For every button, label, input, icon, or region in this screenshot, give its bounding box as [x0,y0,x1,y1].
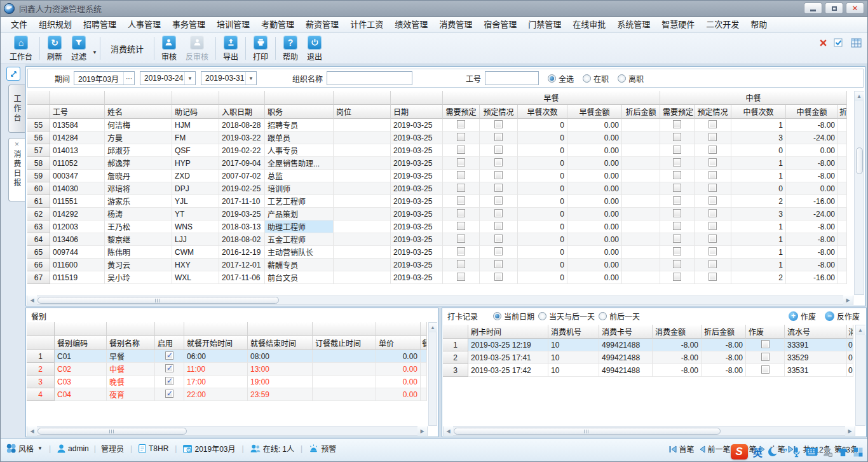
table-row[interactable]: 32019-03-25 17:4210499421488-8.00-8.0033… [443,364,853,377]
checkbox[interactable] [673,260,681,268]
radio-current-date[interactable] [493,312,501,320]
checkbox[interactable] [673,146,681,154]
radio-around[interactable] [599,312,607,320]
audit-button[interactable]: 审核 [157,34,181,63]
checkbox[interactable] [457,247,465,255]
checkbox[interactable] [673,234,681,243]
col-header[interactable]: 刷卡时间 [468,325,548,339]
checkbox[interactable] [494,260,503,268]
org-input[interactable] [327,71,412,85]
checkbox[interactable] [494,209,503,217]
menu-item-4[interactable]: 事务管理 [166,17,211,32]
meal-grid-vscrollbar[interactable]: ▲ [428,322,437,426]
void-button[interactable]: + 作废 [789,311,816,322]
col-header[interactable]: 预定情况 [480,105,518,119]
col-header[interactable]: 早餐次数 [518,105,567,119]
table-row[interactable]: 62014292杨涛YT2019-03-25产品策划2019-03-2500.0… [27,208,847,221]
style-menu[interactable]: 风格 ▼ [6,443,43,454]
table-row[interactable]: 67011519吴小玲WXL2017-11-06前台文员2019-03-2500… [27,271,847,284]
checkbox[interactable] [457,184,465,192]
main-grid-hscrollbar[interactable]: ◀ ▶ [27,296,853,305]
microphone-icon[interactable] [792,447,801,458]
close-button[interactable]: ✕ [846,3,864,14]
current-user[interactable]: admin | 管理员 [57,443,124,454]
radio-all[interactable] [548,74,556,83]
checkbox[interactable] [494,222,503,230]
checkbox[interactable] [709,146,717,154]
scroll-right-icon[interactable]: ▶ [843,296,853,305]
menu-item-6[interactable]: 考勤管理 [255,17,300,32]
print-button[interactable]: 打印 [248,34,273,63]
checkbox[interactable] [673,196,681,205]
punch-grid-vscrollbar[interactable]: ▲ [855,325,865,426]
menu-item-11[interactable]: 宿舍管理 [478,17,522,32]
table-row[interactable]: 61011551游家乐YJL2017-11-10工艺工程师2019-03-250… [27,195,847,208]
checkbox[interactable] [494,146,503,154]
table-row[interactable]: 3C03晚餐17:0019:000.00 [27,376,427,388]
checkbox[interactable] [709,273,717,281]
moon-icon[interactable] [768,447,778,457]
chevron-down-icon[interactable]: ▼ [184,72,195,85]
online-indicator[interactable]: 在线: 1人 [250,443,294,454]
menu-item-3[interactable]: 人事管理 [122,17,166,32]
col-header[interactable]: 折后金额 [622,105,660,119]
col-header[interactable]: 消费卡号 [599,325,653,339]
sogou-logo-icon[interactable]: S [731,444,748,459]
checkbox[interactable] [709,171,717,179]
table-row[interactable]: 59000347詹晓丹ZXD2007-07-02总监2019-03-2500.0… [27,170,847,182]
checkbox[interactable] [457,146,465,154]
menu-item-5[interactable]: 培训管理 [211,17,255,32]
date-to-combo[interactable]: 2019-03-31 ▼ [201,71,257,85]
col-header[interactable]: 中餐次数 [731,105,786,119]
meal-grid-hscrollbar[interactable]: ◀ ▶ [27,426,428,436]
col-header[interactable]: 消费金额 [653,325,702,339]
checkbox[interactable] [673,222,681,230]
col-header[interactable]: 启用 [155,336,184,350]
col-header[interactable]: 助记码 [172,105,219,119]
sidebar-tab-consume-report[interactable]: ✕ 消费日报 [8,138,25,201]
nav-prev-button[interactable]: 前一笔 [698,444,731,454]
emp-id-input[interactable] [485,71,539,85]
checkbox[interactable] [673,133,681,141]
checkbox[interactable] [494,171,503,179]
checkbox[interactable] [709,234,717,243]
grid-settings-icon[interactable] [851,38,862,48]
col-header[interactable]: 订餐截止时间 [313,336,376,350]
col-header-clipped[interactable]: 消 [847,325,853,339]
menu-item-0[interactable]: 文件 [5,17,33,32]
menu-item-9[interactable]: 绩效管理 [389,17,433,32]
checkbox[interactable] [494,120,503,128]
hscroll-thumb[interactable] [37,428,187,435]
ime-language-toggle[interactable]: 英 [753,445,763,459]
checkbox[interactable] [457,158,465,166]
database-indicator[interactable]: T8HR [139,444,168,453]
col-header[interactable]: 职务 [265,105,334,119]
toolbox-grid-icon[interactable] [853,447,863,457]
checkbox[interactable] [709,184,717,192]
help-button[interactable]: ? 帮助 [278,34,302,63]
scroll-up-icon[interactable]: ▲ [429,323,437,332]
col-header[interactable]: 消费机号 [548,325,599,339]
checkbox[interactable] [709,222,717,230]
alert-indicator[interactable]: 预警 [309,443,336,454]
checkbox[interactable] [457,234,465,243]
workbench-button[interactable]: ⌂ 工作台 [5,34,37,63]
filter-dropdown-icon[interactable]: ▼ [92,50,97,55]
vscroll-thumb[interactable] [856,147,863,174]
checkbox[interactable] [457,209,465,217]
menu-item-7[interactable]: 薪资管理 [300,17,344,32]
checkbox[interactable] [457,273,465,281]
menu-item-13[interactable]: 在线审批 [567,17,611,32]
radio-active[interactable] [583,74,591,83]
checkbox[interactable] [494,196,503,205]
profile-icon[interactable] [823,447,832,457]
checkbox[interactable] [761,353,770,361]
menu-item-15[interactable]: 智慧硬件 [656,17,700,32]
menu-item-8[interactable]: 计件工资 [344,17,389,32]
scroll-up-icon[interactable]: ▲ [856,325,865,335]
table-row[interactable]: 57014013邱淑芬QSF2019-02-22人事专员2019-03-2500… [27,144,847,157]
checkbox[interactable] [709,209,717,217]
checkbox[interactable] [457,120,465,128]
checkbox[interactable] [709,260,717,268]
tab-close-icon[interactable]: ✕ [15,141,20,147]
